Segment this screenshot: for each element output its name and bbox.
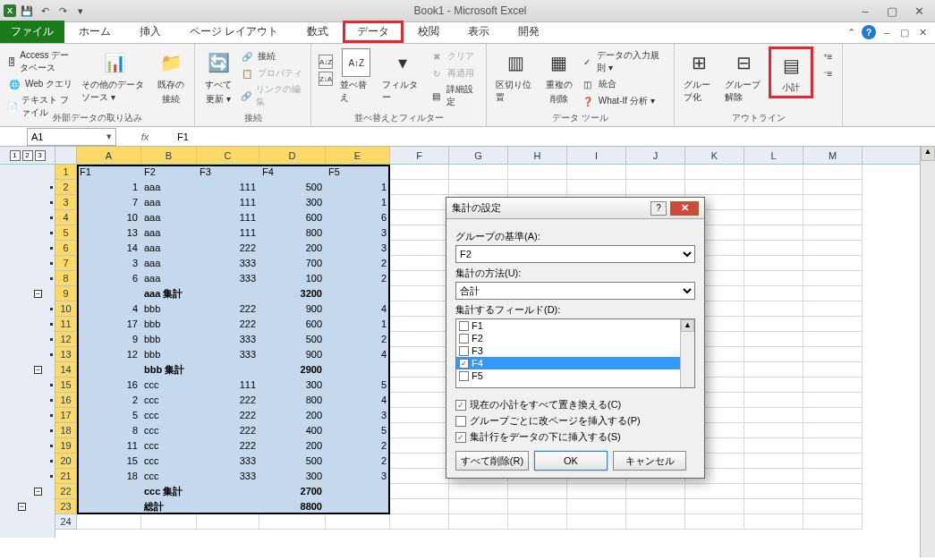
cell[interactable] — [744, 210, 803, 225]
existing-conn-button[interactable]: 📁既存の接続 — [153, 47, 189, 107]
cell[interactable]: 1 — [326, 180, 390, 195]
cell[interactable] — [803, 256, 863, 271]
cell[interactable] — [77, 286, 141, 301]
field-item[interactable]: F2 — [456, 332, 694, 344]
replace-subtotals-checkbox[interactable]: ✓現在の小計をすべて置き換える(C) — [455, 398, 695, 412]
cell[interactable]: 15 — [77, 454, 141, 469]
cell[interactable]: aaa — [141, 180, 197, 195]
cell[interactable]: 111 — [197, 225, 259, 241]
refresh-all-button[interactable]: 🔄すべて更新 ▾ — [200, 47, 236, 107]
summary-below-checkbox[interactable]: ✓集計行をデータの下に挿入する(S) — [455, 430, 695, 444]
row-header[interactable]: 18 — [55, 423, 77, 438]
cell[interactable]: 2 — [326, 332, 390, 347]
cell[interactable]: 1 — [77, 180, 141, 195]
cell[interactable] — [803, 469, 863, 484]
scroll-up-icon[interactable]: ▲ — [921, 146, 935, 161]
cell[interactable]: 222 — [197, 423, 259, 438]
cell[interactable]: 5 — [326, 378, 390, 393]
row-header[interactable]: 24 — [55, 514, 77, 530]
cell[interactable] — [744, 225, 803, 241]
maximize-button[interactable]: ▢ — [880, 4, 905, 18]
cell[interactable] — [197, 362, 259, 378]
dialog-close-button[interactable]: ✕ — [670, 201, 699, 216]
row-header[interactable]: 16 — [55, 393, 77, 408]
cell[interactable]: 5 — [326, 423, 390, 438]
cell[interactable]: 300 — [259, 378, 326, 393]
from-web-button[interactable]: 🌐Web クエリ — [5, 76, 76, 92]
cell[interactable]: 11 — [77, 438, 141, 454]
row-header[interactable]: 15 — [55, 378, 77, 393]
cell[interactable]: 3 — [326, 408, 390, 423]
undo-icon[interactable]: ↶ — [38, 4, 52, 18]
cell[interactable] — [390, 423, 449, 438]
cell[interactable] — [390, 301, 449, 317]
cell[interactable]: 6 — [77, 271, 141, 286]
cell[interactable] — [744, 454, 803, 469]
cell[interactable] — [449, 180, 508, 195]
help-icon[interactable]: ? — [862, 25, 876, 39]
cell[interactable]: 333 — [197, 271, 259, 286]
cell[interactable] — [449, 514, 508, 530]
outline-collapse-icon[interactable]: − — [34, 488, 42, 496]
cell[interactable]: 2 — [326, 438, 390, 454]
cell[interactable] — [803, 514, 863, 530]
cell[interactable] — [803, 180, 863, 195]
cell[interactable] — [326, 499, 390, 514]
cell[interactable] — [685, 180, 744, 195]
row-header[interactable]: 1 — [55, 165, 77, 180]
cell[interactable] — [803, 484, 863, 499]
tab-formulas[interactable]: 数式 — [293, 21, 343, 43]
cell[interactable]: 800 — [259, 225, 326, 241]
cell[interactable] — [567, 180, 626, 195]
cell[interactable] — [390, 362, 449, 378]
row-header[interactable]: 12 — [55, 332, 77, 347]
cell[interactable]: 111 — [197, 195, 259, 210]
subtotal-button[interactable]: ▤小計 — [773, 49, 809, 96]
cell[interactable] — [508, 499, 567, 514]
column-header[interactable]: F — [390, 147, 449, 164]
cell[interactable] — [626, 499, 685, 514]
cell[interactable] — [390, 256, 449, 271]
minimize-button[interactable]: – — [853, 4, 878, 18]
column-header[interactable]: H — [508, 147, 567, 164]
cell[interactable] — [744, 256, 803, 271]
field-item[interactable]: F3 — [456, 344, 694, 357]
cell[interactable] — [259, 514, 326, 530]
column-header[interactable]: E — [326, 147, 390, 164]
cell[interactable]: 17 — [77, 317, 141, 332]
row-header[interactable]: 4 — [55, 210, 77, 225]
cell[interactable]: 2700 — [259, 484, 326, 499]
cell[interactable] — [390, 347, 449, 362]
cell[interactable] — [390, 195, 449, 210]
row-header[interactable]: 23 — [55, 499, 77, 514]
cell[interactable]: 3 — [77, 256, 141, 271]
mdi-max-icon[interactable]: ▢ — [897, 25, 912, 39]
outline-level-button[interactable]: 3 — [35, 150, 46, 161]
cell[interactable] — [508, 484, 567, 499]
column-header[interactable]: C — [197, 147, 259, 164]
cell[interactable]: 18 — [77, 469, 141, 484]
column-header[interactable]: I — [567, 147, 626, 164]
checkbox-icon[interactable] — [459, 371, 469, 381]
cell[interactable] — [744, 423, 803, 438]
cell[interactable] — [390, 393, 449, 408]
cell[interactable]: 10 — [77, 210, 141, 225]
cell[interactable] — [197, 286, 259, 301]
cell[interactable] — [685, 499, 744, 514]
connections-button[interactable]: 🔗接続 — [238, 48, 305, 64]
cell[interactable] — [326, 514, 390, 530]
cell[interactable] — [390, 438, 449, 454]
tab-dev[interactable]: 開発 — [504, 21, 554, 43]
cell[interactable]: 14 — [77, 241, 141, 256]
save-icon[interactable]: 💾 — [20, 4, 34, 18]
cell[interactable] — [390, 484, 449, 499]
cell[interactable]: 222 — [197, 241, 259, 256]
cell[interactable]: ccc — [141, 423, 197, 438]
cell[interactable]: 500 — [259, 332, 326, 347]
remove-all-button[interactable]: すべて削除(R) — [455, 451, 529, 471]
tab-insert[interactable]: 挿入 — [125, 21, 175, 43]
cell[interactable]: aaa — [141, 241, 197, 256]
cell[interactable] — [567, 165, 626, 180]
vertical-scrollbar[interactable]: ▲ — [920, 146, 935, 557]
cell[interactable] — [744, 378, 803, 393]
